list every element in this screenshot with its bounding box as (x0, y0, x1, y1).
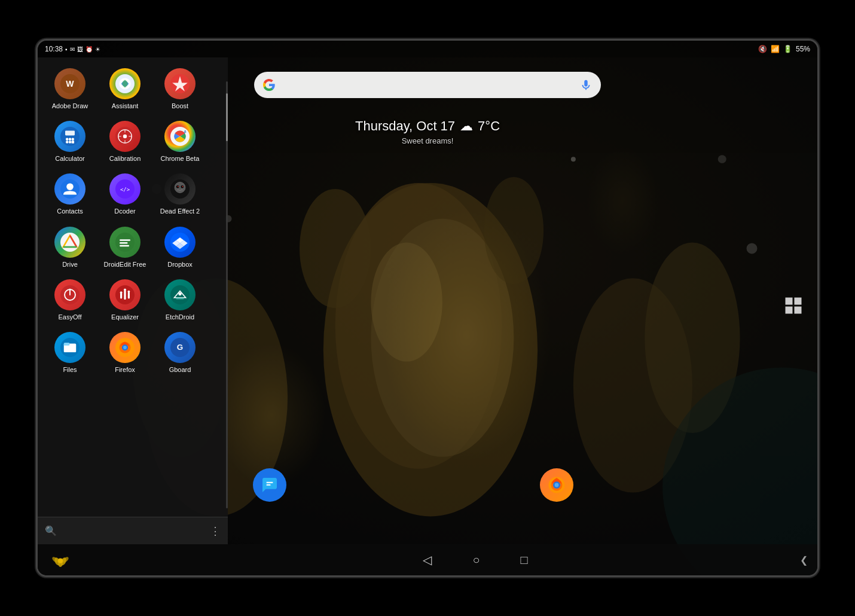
temperature-text: 7°C (478, 118, 500, 134)
tablet-frame: 10:38 ▪ ✉ 🖼 ⏰ ☀ 🔇 📶 🔋 55% (36, 39, 819, 577)
app-label-gboard: Gboard (169, 366, 191, 374)
svg-point-27 (66, 138, 68, 141)
app-label-files: Files (63, 366, 77, 374)
assistant-app-icon (109, 68, 141, 99)
svg-point-8 (300, 189, 371, 308)
nav-left (38, 547, 205, 573)
svg-text:</>: </> (120, 187, 130, 193)
desktop-icon-firefox[interactable] (540, 468, 573, 502)
svg-point-13 (718, 155, 726, 163)
app-label-calculator: Calculator (55, 155, 85, 163)
status-left: 10:38 ▪ ✉ 🖼 ⏰ ☀ (45, 45, 100, 53)
drawer-scrollbar (226, 81, 228, 508)
app-item-chrome-beta[interactable]: βChrome Beta (152, 117, 207, 166)
svg-point-49 (175, 182, 185, 193)
app-item-contacts[interactable]: Contacts (42, 170, 97, 219)
app-item-dropbox[interactable]: Dropbox (152, 223, 207, 272)
app-item-assistant[interactable]: Assistant (97, 65, 152, 114)
app-item-easyoff[interactable]: EasyOff (42, 276, 97, 325)
dcoder-app-icon: </> (109, 173, 141, 205)
equalizer-app-icon (109, 279, 141, 310)
app-label-etchdroid: EtchDroid (166, 313, 194, 321)
app-label-boost: Boost (172, 102, 188, 110)
mute-icon: 🔇 (758, 45, 767, 53)
app-label-easyoff: EasyOff (59, 313, 82, 321)
dead-effect-app-icon (164, 173, 196, 205)
app-label-contacts: Contacts (57, 208, 83, 215)
app-item-dead-effect[interactable]: Dead Effect 2 (152, 170, 207, 219)
svg-point-28 (69, 138, 71, 141)
dropbox-app-icon (164, 227, 196, 258)
app-item-droidedit[interactable]: DroidEdit Free (97, 223, 152, 272)
files-app-icon (54, 332, 86, 363)
app-row: EasyOffEqualizerEtchDroid (42, 276, 223, 325)
svg-point-35 (123, 135, 127, 138)
svg-point-95 (58, 559, 63, 563)
drawer-search-input[interactable] (62, 526, 205, 536)
google-logo (262, 78, 276, 92)
battery-icon: 🔋 (783, 45, 792, 53)
svg-rect-61 (120, 245, 129, 246)
nav-center: ◁ ○ □ (205, 548, 746, 572)
app-label-assistant: Assistant (112, 102, 139, 110)
app-item-etchdroid[interactable]: EtchDroid (152, 276, 207, 325)
home-button[interactable]: ○ (468, 548, 484, 572)
app-label-drive: Drive (62, 261, 78, 269)
sim-icon: ▪ (65, 46, 68, 53)
app-item-calibration[interactable]: Calibration (97, 117, 152, 166)
desktop-icon-messages[interactable] (253, 468, 286, 502)
battery-level: 55% (796, 45, 810, 53)
windows-button[interactable] (783, 295, 804, 321)
messages-icon (253, 468, 286, 502)
app-row: FilesFirefoxGGboard (42, 328, 223, 377)
calibration-app-icon (109, 121, 141, 152)
etchdroid-app-icon (164, 279, 196, 310)
svg-rect-26 (65, 131, 75, 136)
collapse-button[interactable]: ❮ (800, 554, 808, 566)
app-item-calculator[interactable]: Calculator (42, 117, 97, 166)
svg-rect-67 (120, 293, 122, 299)
svg-text:W: W (66, 79, 74, 89)
svg-rect-68 (124, 290, 126, 300)
app-item-gboard[interactable]: GGboard (152, 328, 207, 377)
search-bar[interactable] (254, 72, 601, 98)
date-text: Thursday, Oct 17 (355, 118, 455, 134)
screen: 10:38 ▪ ✉ 🖼 ⏰ ☀ 🔇 📶 🔋 55% (38, 41, 817, 575)
boost-app-icon (164, 68, 196, 99)
svg-point-29 (72, 138, 74, 141)
recent-button[interactable]: □ (516, 548, 533, 572)
svg-rect-78 (64, 343, 70, 346)
app-label-equalizer: Equalizer (111, 313, 139, 321)
weather-icon: ☁ (460, 118, 473, 134)
app-drawer: WAdobe DrawAssistantBoostCalculatorCalib… (38, 57, 228, 544)
app-item-drive[interactable]: Drive (42, 223, 97, 272)
svg-point-14 (747, 243, 758, 254)
app-item-boost[interactable]: Boost (152, 65, 207, 114)
mic-icon[interactable] (579, 78, 593, 92)
back-button[interactable]: ◁ (418, 548, 436, 572)
date-line: Thursday, Oct 17 ☁ 7°C (355, 118, 500, 134)
launcher-button[interactable] (47, 547, 74, 573)
app-label-droidedit: DroidEdit Free (104, 261, 146, 269)
drawer-scrollbar-thumb (226, 93, 228, 141)
app-item-dcoder[interactable]: </>Dcoder (97, 170, 152, 219)
app-item-equalizer[interactable]: Equalizer (97, 276, 152, 325)
firefox-app-icon (109, 332, 141, 363)
svg-point-31 (69, 141, 71, 144)
svg-point-16 (371, 243, 442, 362)
date-subtitle: Sweet dreams! (355, 136, 500, 145)
drawer-search-bar[interactable]: 🔍 ⋮ (38, 517, 228, 544)
app-label-adobe: Adobe Draw (52, 102, 88, 110)
svg-rect-74 (176, 298, 184, 300)
svg-rect-32 (72, 141, 74, 144)
search-input[interactable] (282, 72, 579, 98)
chrome-beta-app-icon: β (164, 121, 196, 152)
app-item-firefox[interactable]: Firefox (97, 328, 152, 377)
drawer-more-icon[interactable]: ⋮ (210, 524, 221, 538)
nav-right: ❮ (746, 554, 817, 566)
app-item-adobe[interactable]: WAdobe Draw (42, 65, 97, 114)
svg-point-52 (178, 186, 179, 187)
app-item-files[interactable]: Files (42, 328, 97, 377)
status-time: 10:38 (45, 45, 63, 53)
svg-point-70 (120, 291, 123, 294)
